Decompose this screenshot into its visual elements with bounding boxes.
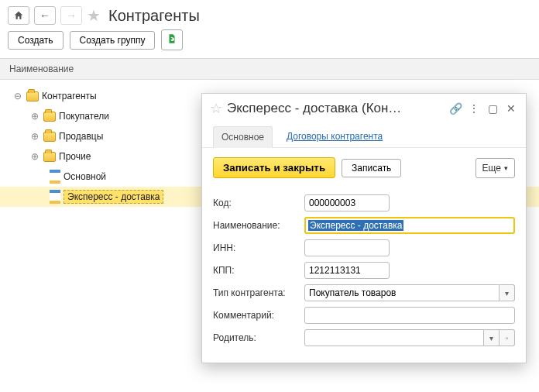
name-input-selection: Экспересс - доставка <box>308 220 403 231</box>
parent-label: Родитель: <box>213 332 298 343</box>
name-label: Наименование: <box>213 220 298 231</box>
chevron-down-icon: ▾ <box>489 334 493 342</box>
parent-select[interactable] <box>304 329 484 346</box>
tree-item-label: Прочие <box>59 151 91 162</box>
dialog-tabs: Основное Договоры контрагента <box>202 123 526 148</box>
tree-root-label: Контрагенты <box>42 91 97 101</box>
save-close-button[interactable]: Записать и закрыть <box>213 157 335 178</box>
type-dropdown-button[interactable]: ▾ <box>500 284 515 301</box>
record-icon <box>50 190 60 204</box>
collapse-icon[interactable]: ⊖ <box>14 91 23 101</box>
parent-open-button[interactable]: ▫ <box>500 329 515 346</box>
page-title: Контрагенты <box>108 7 200 25</box>
home-icon <box>13 10 24 21</box>
more-button[interactable]: Еще ▾ <box>475 158 515 178</box>
expand-icon[interactable]: ⊕ <box>31 131 40 142</box>
close-icon[interactable]: ✕ <box>504 102 518 115</box>
tab-main[interactable]: Основное <box>213 126 273 148</box>
tab-contracts[interactable]: Договоры контрагента <box>283 126 386 147</box>
kpp-input[interactable] <box>304 262 390 279</box>
comment-label: Комментарий: <box>213 310 298 321</box>
window-restore-icon[interactable]: ▢ <box>486 102 500 115</box>
tree-item-label: Основной <box>64 171 106 182</box>
favorite-star-icon[interactable]: ★ <box>87 6 101 25</box>
code-label: Код: <box>213 198 298 208</box>
tree-item-label: Продавцы <box>59 131 103 142</box>
main-toolbar: Создать Создать группу <box>0 29 539 57</box>
more-button-label: Еще <box>482 163 501 174</box>
topbar: ← → ★ Контрагенты <box>0 0 539 29</box>
dialog-title: Экспересс - доставка (Кон… <box>227 101 444 116</box>
chevron-down-icon: ▾ <box>505 289 509 297</box>
dialog-toolbar: Записать и закрыть Записать Еще ▾ <box>202 148 526 186</box>
name-input[interactable]: Экспересс - доставка <box>304 217 515 234</box>
kpp-label: КПП: <box>213 265 298 276</box>
folder-icon <box>43 132 56 142</box>
arrow-left-icon: ← <box>39 9 50 22</box>
inn-label: ИНН: <box>213 242 298 253</box>
folder-icon <box>26 91 39 101</box>
more-menu-icon[interactable]: ⋮ <box>467 102 481 115</box>
chevron-down-icon: ▾ <box>504 164 508 172</box>
type-label: Тип контрагента: <box>213 287 298 298</box>
open-icon: ▫ <box>506 334 509 342</box>
document-refresh-icon <box>167 33 177 44</box>
inn-input[interactable] <box>304 239 390 256</box>
tree-item-label: Покупатели <box>59 111 109 122</box>
dialog-titlebar: ☆ Экспересс - доставка (Кон… 🔗 ⋮ ▢ ✕ <box>202 94 526 123</box>
home-button[interactable] <box>8 6 29 25</box>
link-icon[interactable]: 🔗 <box>448 102 462 115</box>
back-button[interactable]: ← <box>34 6 56 25</box>
create-button[interactable]: Создать <box>8 31 64 50</box>
create-group-button[interactable]: Создать группу <box>70 31 156 50</box>
expand-icon[interactable]: ⊕ <box>31 151 40 162</box>
dialog-form: Код: Наименование: Экспересс - доставка … <box>202 186 526 363</box>
expand-icon[interactable]: ⊕ <box>31 111 40 122</box>
folder-icon <box>43 152 56 162</box>
parent-dropdown-button[interactable]: ▾ <box>484 329 500 346</box>
favorite-star-icon[interactable]: ☆ <box>210 100 222 117</box>
edit-dialog: ☆ Экспересс - доставка (Кон… 🔗 ⋮ ▢ ✕ Осн… <box>201 93 527 363</box>
save-button[interactable]: Записать <box>342 159 401 177</box>
arrow-right-icon: → <box>66 9 77 22</box>
forward-button[interactable]: → <box>60 6 82 25</box>
refresh-button[interactable] <box>161 29 183 50</box>
comment-input[interactable] <box>304 307 515 324</box>
tree-item-label: Экспересс - доставка <box>64 190 163 204</box>
code-input[interactable] <box>304 194 390 211</box>
type-select[interactable] <box>304 284 500 301</box>
record-icon <box>50 170 60 184</box>
list-column-header[interactable]: Наименование <box>0 58 539 80</box>
folder-icon <box>43 112 56 122</box>
